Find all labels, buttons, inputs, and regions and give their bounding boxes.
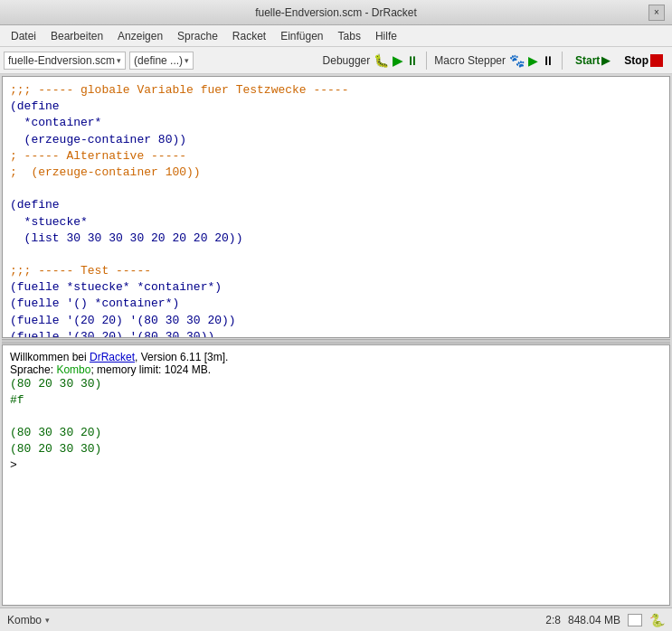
menu-tabs[interactable]: Tabs xyxy=(331,28,368,44)
editor-line-12: ;;; ----- Test ----- xyxy=(10,263,662,279)
macro-pause-icon[interactable]: ⏸ xyxy=(542,53,554,68)
memory-limit-text: ; memory limit: 1024 MB. xyxy=(90,363,211,376)
stop-label: Stop xyxy=(624,54,648,67)
stop-icon xyxy=(650,54,663,67)
debugger-label: Debugger xyxy=(323,54,371,67)
editor-line-10: (list 30 30 30 30 20 20 20 20)) xyxy=(10,231,662,247)
toolbar-group-macro: Macro Stepper 🐾 ▶ ⏸ xyxy=(434,53,554,68)
toolbar-separator-1 xyxy=(426,52,427,70)
start-button[interactable]: Start ▶ xyxy=(570,52,615,69)
editor-line-16: (fuelle '(30 20) '(80 30 30)) xyxy=(10,329,662,338)
racket-icon: 🐍 xyxy=(649,613,665,627)
menu-bearbeiten[interactable]: Bearbeiten xyxy=(43,28,110,44)
prompt-symbol: > xyxy=(10,458,17,472)
toolbar-separator-2 xyxy=(562,52,563,70)
close-button[interactable]: × xyxy=(648,5,665,21)
memory-usage: 848.04 MB xyxy=(568,614,620,626)
file-name: fuelle-Endversion.scm xyxy=(8,54,115,67)
title-bar: fuelle-Endversion.scm - DrRacket × xyxy=(0,0,672,25)
menu-racket[interactable]: Racket xyxy=(225,28,273,44)
editor-line-6: ; (erzeuge-container 100)) xyxy=(10,165,662,181)
kombo-text: Kombo xyxy=(56,363,90,376)
status-lang-chevron: ▾ xyxy=(45,616,50,625)
cursor-position: 2:8 xyxy=(545,614,561,626)
editor-line-2: (define xyxy=(10,99,662,115)
repl-prompt: > xyxy=(10,457,662,474)
status-right: 2:8 848.04 MB 🐍 xyxy=(545,613,665,627)
repl-output-2: #f xyxy=(10,392,662,409)
editor-line-1: ;;; ----- globale Variable fuer Testzwec… xyxy=(10,82,662,99)
define-label: (define ...) xyxy=(134,54,183,67)
repl-area[interactable]: Willkommen bei DrRacket, Version 6.11 [3… xyxy=(2,344,670,607)
stop-button[interactable]: Stop xyxy=(619,52,668,69)
menu-anzeigen[interactable]: Anzeigen xyxy=(110,28,170,44)
repl-output-4: (80 20 30 30) xyxy=(10,441,662,457)
editor-line-4: (erzeuge-container 80)) xyxy=(10,132,662,148)
main-window: ;;; ----- globale Variable fuer Testzwec… xyxy=(0,74,672,607)
menu-sprache[interactable]: Sprache xyxy=(170,28,225,44)
editor-line-8: (define xyxy=(10,197,662,213)
repl-output-3: (80 30 30 20) xyxy=(10,425,662,441)
drracket-link[interactable]: DrRacket xyxy=(90,351,135,363)
debug-play-icon[interactable]: ▶ xyxy=(393,53,402,68)
start-label: Start xyxy=(575,54,600,67)
file-chevron-icon: ▾ xyxy=(117,56,121,65)
status-bar: Kombo ▾ 2:8 848.04 MB 🐍 xyxy=(0,607,672,631)
editor-repl-splitter[interactable] xyxy=(2,339,670,344)
editor-line-14: (fuelle '() *container*) xyxy=(10,296,662,312)
editor-area[interactable]: ;;; ----- globale Variable fuer Testzwec… xyxy=(2,76,670,338)
editor-line-5: ; ----- Alternative ----- xyxy=(10,148,662,165)
menu-datei[interactable]: Datei xyxy=(4,28,43,44)
toolbar: fuelle-Endversion.scm ▾ (define ...) ▾ D… xyxy=(0,47,672,74)
window-title: fuelle-Endversion.scm - DrRacket xyxy=(24,6,648,19)
menu-bar: Datei Bearbeiten Anzeigen Sprache Racket… xyxy=(0,25,672,47)
start-run-icon: ▶ xyxy=(601,54,610,67)
repl-blank xyxy=(10,409,662,425)
editor-line-3: *container* xyxy=(10,115,662,131)
debug-pause-icon[interactable]: ⏸ xyxy=(406,53,419,68)
sprache-line: Sprache: Kombo; memory limit: 1024 MB. xyxy=(10,363,662,376)
welcome-line: Willkommen bei DrRacket, Version 6.11 [3… xyxy=(10,351,662,363)
define-chevron-icon: ▾ xyxy=(185,56,189,65)
status-left: Kombo ▾ xyxy=(7,614,50,626)
editor-line-9: *stuecke* xyxy=(10,214,662,231)
editor-line-15: (fuelle '(20 20) '(80 30 30 20)) xyxy=(10,313,662,329)
editor-line-11 xyxy=(10,247,662,263)
editor-line-7 xyxy=(10,181,662,197)
macro-play-icon[interactable]: ▶ xyxy=(528,53,538,68)
memory-box xyxy=(628,614,642,626)
status-language[interactable]: Kombo xyxy=(7,614,42,626)
debug-bug-icon: 🐛 xyxy=(374,53,389,68)
macro-icon-1: 🐾 xyxy=(509,53,525,68)
file-selector[interactable]: fuelle-Endversion.scm ▾ xyxy=(4,52,126,70)
menu-einfuegen[interactable]: Einfügen xyxy=(273,28,330,44)
macro-stepper-label: Macro Stepper xyxy=(434,54,506,67)
editor-line-13: (fuelle *stuecke* *container*) xyxy=(10,279,662,296)
welcome-text: Willkommen bei xyxy=(10,351,90,363)
menu-hilfe[interactable]: Hilfe xyxy=(368,28,404,44)
welcome-version: , Version 6.11 [3m]. xyxy=(135,351,228,363)
define-selector[interactable]: (define ...) ▾ xyxy=(129,52,194,70)
sprache-label: Sprache: xyxy=(10,363,56,376)
toolbar-group-debugger: Debugger 🐛 ▶ ⏸ xyxy=(323,53,420,68)
repl-output-1: (80 20 30 30) xyxy=(10,376,662,392)
